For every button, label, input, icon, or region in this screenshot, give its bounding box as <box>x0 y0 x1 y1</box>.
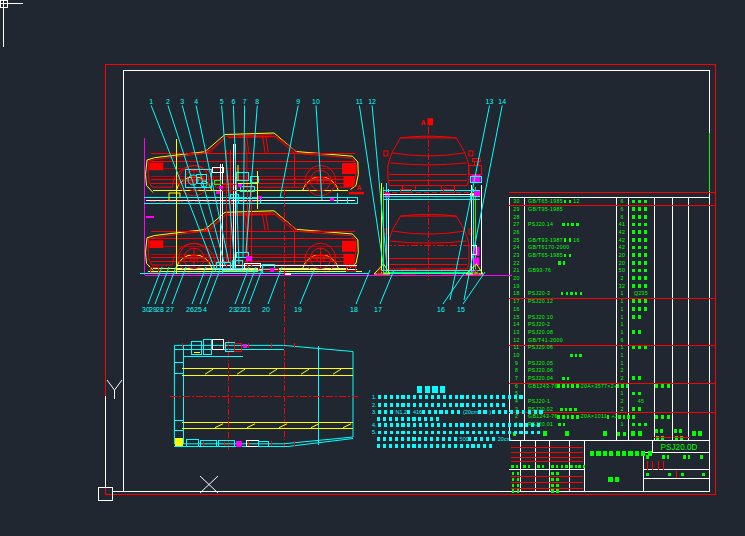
svg-text:20: 20 <box>513 275 519 281</box>
svg-text:416: 416 <box>413 409 422 415</box>
svg-text:28: 28 <box>156 306 164 313</box>
svg-text:PSJ20.05: PSJ20.05 <box>528 360 553 366</box>
svg-text:17: 17 <box>513 298 519 304</box>
svg-text:3: 3 <box>180 98 184 105</box>
svg-text:20A×1011: 20A×1011 <box>581 413 607 419</box>
svg-text:19: 19 <box>513 283 519 289</box>
svg-text:20: 20 <box>262 306 270 313</box>
svg-text:6: 6 <box>515 383 518 389</box>
svg-text:25: 25 <box>513 237 519 243</box>
svg-text:41: 41 <box>619 221 625 227</box>
svg-text:27: 27 <box>513 221 519 227</box>
svg-text:4: 4 <box>194 98 198 105</box>
svg-text:7: 7 <box>243 98 247 105</box>
svg-text:GB/T41-2000: GB/T41-2000 <box>528 337 563 343</box>
svg-text:PSJ20.06: PSJ20.06 <box>528 344 553 350</box>
svg-text:2: 2 <box>620 406 623 412</box>
svg-text:15: 15 <box>457 306 465 313</box>
svg-text:+2: +2 <box>611 413 618 419</box>
svg-text:4: 4 <box>203 306 207 313</box>
svg-text:1: 1 <box>620 352 623 358</box>
svg-text:1: 1 <box>149 98 153 105</box>
svg-text:GB1243-76: GB1243-76 <box>528 413 558 419</box>
svg-text:GB93-76: GB93-76 <box>528 267 551 273</box>
svg-text:32: 32 <box>619 283 625 289</box>
svg-text:PSJ20.10: PSJ20.10 <box>528 314 553 320</box>
svg-text:2.: 2. <box>372 402 377 408</box>
svg-text:PSJ20-3: PSJ20-3 <box>528 290 550 296</box>
svg-text:28: 28 <box>513 214 519 220</box>
svg-text:1: 1 <box>620 290 623 296</box>
svg-text:N1.2: N1.2 <box>396 409 408 415</box>
svg-text:4.: 4. <box>372 422 377 428</box>
svg-text:2: 2 <box>620 275 623 281</box>
svg-text:6: 6 <box>620 206 623 212</box>
svg-text:42: 42 <box>619 229 625 235</box>
svg-text:A: A <box>421 119 426 126</box>
svg-text:1: 1 <box>620 329 623 335</box>
svg-text:14: 14 <box>498 98 506 105</box>
svg-text:20: 20 <box>619 252 625 258</box>
svg-text:A: A <box>357 184 362 191</box>
svg-text:3.: 3. <box>372 409 377 415</box>
svg-text:8: 8 <box>515 367 518 373</box>
svg-text:19: 19 <box>294 306 302 313</box>
svg-text:GB/T6170-2000: GB/T6170-2000 <box>528 244 569 250</box>
svg-text:12: 12 <box>368 98 376 105</box>
svg-text:2: 2 <box>166 98 170 105</box>
svg-text:14: 14 <box>513 321 519 327</box>
svg-text:9: 9 <box>296 98 300 105</box>
svg-text:PSJ20.06: PSJ20.06 <box>528 367 553 373</box>
svg-text:13: 13 <box>513 329 519 335</box>
svg-text:29: 29 <box>513 206 519 212</box>
svg-text:25: 25 <box>194 306 202 313</box>
svg-text:Q235: Q235 <box>634 290 648 296</box>
svg-text:1: 1 <box>620 306 623 312</box>
svg-text:20A×3577×2+: 20A×3577×2+ <box>581 383 618 389</box>
svg-text:24: 24 <box>513 244 519 250</box>
svg-text:15: 15 <box>513 314 519 320</box>
svg-text:23: 23 <box>513 252 519 258</box>
svg-text:22: 22 <box>513 260 519 266</box>
svg-text:30: 30 <box>513 198 519 204</box>
svg-text:1: 1 <box>620 314 623 320</box>
svg-text:5.: 5. <box>372 429 377 435</box>
svg-text:20: 20 <box>619 260 625 266</box>
svg-text:2: 2 <box>620 375 623 381</box>
svg-text:6: 6 <box>620 198 623 204</box>
svg-text:10: 10 <box>513 352 519 358</box>
svg-text:2: 2 <box>620 398 623 404</box>
svg-text:GB/T95-1985: GB/T95-1985 <box>528 206 563 212</box>
svg-text:26: 26 <box>186 306 194 313</box>
svg-text:16: 16 <box>573 237 579 243</box>
svg-text:PSJ20.04: PSJ20.04 <box>528 375 553 381</box>
svg-text:(20cm: (20cm <box>463 409 479 415</box>
svg-text:6: 6 <box>620 337 623 343</box>
svg-text:PSJ20.14: PSJ20.14 <box>528 221 553 227</box>
svg-text:50: 50 <box>619 267 625 273</box>
svg-text:GB/T65-1985: GB/T65-1985 <box>528 198 563 204</box>
svg-text:16: 16 <box>513 306 519 312</box>
svg-text:GB/T93-1987: GB/T93-1987 <box>528 237 563 243</box>
svg-text:2: 2 <box>620 367 623 373</box>
svg-text:6: 6 <box>620 214 623 220</box>
svg-text:42: 42 <box>619 244 625 250</box>
svg-text:5: 5 <box>220 98 224 105</box>
svg-text:21: 21 <box>243 306 251 313</box>
svg-text:12: 12 <box>513 337 519 343</box>
svg-text:7: 7 <box>515 375 518 381</box>
svg-text:): ) <box>489 409 491 415</box>
svg-text:11: 11 <box>514 344 520 350</box>
svg-text:PSJ20.08: PSJ20.08 <box>528 329 553 335</box>
svg-text:1: 1 <box>620 321 623 327</box>
svg-text:17: 17 <box>374 306 382 313</box>
svg-text:PSJ20-1: PSJ20-1 <box>528 398 550 404</box>
svg-text:10: 10 <box>312 98 320 105</box>
svg-text:21: 21 <box>513 267 519 273</box>
svg-text:11: 11 <box>356 98 363 105</box>
svg-text:1: 1 <box>620 390 623 396</box>
svg-text:1: 1 <box>620 344 623 350</box>
svg-text:PSJ20.0D: PSJ20.0D <box>661 443 698 452</box>
svg-text:26: 26 <box>513 229 519 235</box>
svg-text:18: 18 <box>513 290 519 296</box>
